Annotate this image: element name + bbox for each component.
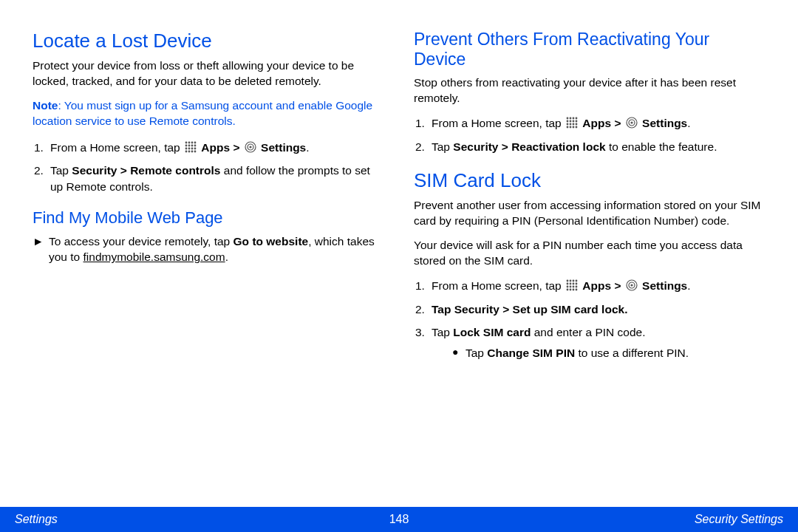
svg-point-4 bbox=[185, 144, 188, 146]
svg-point-11 bbox=[194, 147, 197, 149]
svg-point-33 bbox=[573, 126, 575, 128]
step-number: 2. bbox=[415, 301, 432, 318]
simlock-steps: 1. From a Home screen, tap Apps > Settin… bbox=[415, 278, 765, 361]
svg-point-52 bbox=[573, 289, 575, 291]
text-fragment: Tap bbox=[432, 140, 453, 153]
bold-fragment: Go to website bbox=[233, 235, 309, 248]
svg-point-14 bbox=[191, 150, 194, 152]
sub-bullet-text: Tap Change SIM PIN to use a different PI… bbox=[466, 345, 689, 361]
right-column: Prevent Others From Reactivating Your De… bbox=[414, 30, 765, 499]
text-fragment: and enter a PIN code. bbox=[531, 326, 645, 338]
svg-point-53 bbox=[576, 289, 578, 291]
page-content: Locate a Lost Device Protect your device… bbox=[0, 0, 798, 507]
step-text: From a Home screen, tap Apps > Settings. bbox=[432, 115, 765, 132]
svg-point-26 bbox=[576, 120, 578, 122]
bullet-text: To access your device remotely, tap Go t… bbox=[49, 233, 384, 265]
svg-point-44 bbox=[573, 283, 575, 285]
text-fragment: Tap bbox=[432, 326, 453, 338]
link-findmymobile[interactable]: findmymobile.samsung.com bbox=[83, 250, 225, 263]
bold-fragment: Tap Security > Set up SIM card lock. bbox=[432, 303, 627, 316]
svg-point-22 bbox=[576, 117, 578, 119]
svg-point-5 bbox=[188, 144, 191, 146]
simlock-intro-2: Your device will ask for a PIN number ea… bbox=[414, 238, 765, 269]
svg-point-51 bbox=[570, 289, 572, 291]
apps-icon bbox=[185, 141, 197, 153]
svg-point-27 bbox=[567, 123, 569, 125]
step-text: From a Home screen, tap Apps > Settings. bbox=[50, 140, 384, 156]
svg-point-6 bbox=[191, 144, 194, 146]
svg-point-10 bbox=[191, 147, 194, 149]
svg-point-38 bbox=[567, 280, 569, 282]
step-text: From a Home screen, tap Apps > Settings. bbox=[432, 278, 765, 294]
footer-left: Settings bbox=[15, 513, 58, 526]
apps-label: Apps > bbox=[582, 117, 624, 129]
locate-intro: Protect your device from loss or theft a… bbox=[33, 58, 384, 89]
svg-point-34 bbox=[576, 126, 578, 128]
svg-point-32 bbox=[570, 126, 572, 128]
svg-point-25 bbox=[573, 120, 575, 122]
step-text: Tap Security > Set up SIM card lock. bbox=[432, 301, 765, 318]
text-fragment: . bbox=[687, 279, 690, 292]
svg-point-2 bbox=[191, 141, 194, 143]
step-2: 2. Tap Security > Reactivation lock to e… bbox=[415, 139, 765, 155]
svg-point-8 bbox=[185, 147, 188, 149]
note-label: Note bbox=[33, 99, 58, 112]
svg-point-56 bbox=[630, 284, 632, 286]
bold-fragment: Security > Remote controls bbox=[72, 164, 220, 177]
svg-point-15 bbox=[194, 150, 197, 152]
triangle-bullet-icon: ► bbox=[33, 233, 49, 265]
heading-simlock: SIM Card Lock bbox=[414, 169, 765, 192]
bold-fragment: Lock SIM card bbox=[453, 326, 531, 338]
svg-point-13 bbox=[188, 150, 191, 152]
left-column: Locate a Lost Device Protect your device… bbox=[33, 30, 384, 499]
step-text: Tap Security > Reactivation lock to enab… bbox=[432, 139, 765, 155]
svg-point-29 bbox=[573, 123, 575, 125]
svg-point-24 bbox=[570, 120, 572, 122]
svg-point-12 bbox=[185, 150, 188, 152]
apps-icon bbox=[566, 279, 578, 291]
settings-label: Settings bbox=[261, 141, 306, 154]
step-number: 2. bbox=[34, 163, 50, 194]
apps-label: Apps > bbox=[582, 279, 624, 292]
text-fragment: . bbox=[306, 141, 309, 154]
footer-right: Security Settings bbox=[695, 513, 783, 526]
heading-findmymobile: Find My Mobile Web Page bbox=[33, 208, 384, 228]
svg-point-3 bbox=[194, 141, 197, 143]
apps-icon bbox=[566, 117, 578, 129]
text-fragment: Tap bbox=[466, 347, 487, 359]
svg-point-19 bbox=[567, 117, 569, 119]
bold-fragment: Security > Reactivation lock bbox=[453, 140, 605, 153]
apps-label: Apps > bbox=[201, 141, 242, 154]
step-number: 3. bbox=[415, 324, 432, 361]
svg-point-40 bbox=[573, 280, 575, 282]
svg-point-41 bbox=[576, 280, 578, 282]
settings-label: Settings bbox=[642, 117, 687, 129]
settings-icon bbox=[245, 141, 256, 153]
step-number: 1. bbox=[34, 140, 50, 156]
bold-fragment: Change SIM PIN bbox=[487, 347, 575, 359]
svg-point-50 bbox=[567, 289, 569, 291]
dot-bullet-icon: ● bbox=[452, 345, 466, 361]
step-number: 1. bbox=[415, 115, 432, 132]
svg-point-47 bbox=[570, 286, 572, 288]
svg-point-46 bbox=[567, 286, 569, 288]
step-3: 3. Tap Lock SIM card and enter a PIN cod… bbox=[415, 324, 765, 361]
svg-point-7 bbox=[194, 144, 197, 146]
page-footer: Settings 148 Security Settings bbox=[0, 507, 798, 532]
step-2: 2. Tap Security > Set up SIM card lock. bbox=[415, 301, 765, 318]
svg-point-21 bbox=[573, 117, 575, 119]
svg-point-1 bbox=[188, 141, 191, 143]
svg-point-28 bbox=[570, 123, 572, 125]
svg-point-42 bbox=[567, 283, 569, 285]
heading-locate: Locate a Lost Device bbox=[33, 30, 384, 52]
text-fragment: to enable the feature. bbox=[606, 140, 717, 153]
settings-icon bbox=[626, 279, 638, 291]
text-fragment: . bbox=[687, 117, 690, 129]
svg-point-49 bbox=[576, 286, 578, 288]
text-fragment: From a Home screen, tap bbox=[432, 279, 565, 292]
step-2: 2. Tap Security > Remote controls and fo… bbox=[34, 163, 384, 194]
settings-label: Settings bbox=[642, 279, 687, 292]
svg-point-43 bbox=[570, 283, 572, 285]
footer-page-number: 148 bbox=[389, 513, 409, 526]
svg-point-9 bbox=[188, 147, 191, 149]
